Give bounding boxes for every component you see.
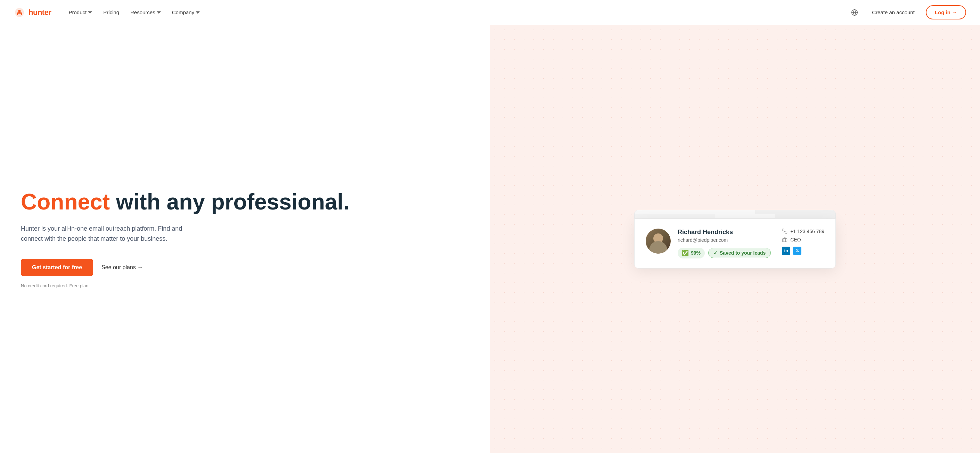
hero-headline: Connect with any professional. (21, 190, 469, 214)
contact-title: CEO (790, 237, 801, 243)
fake-row-1 (635, 210, 835, 215)
score-value: 99% (691, 250, 701, 256)
briefcase-icon (782, 237, 788, 243)
logo-text: hunter (29, 8, 51, 17)
nav-links: Product Pricing Resources Company (64, 6, 204, 18)
social-icons: in 𝕏 (782, 246, 801, 255)
nav-company[interactable]: Company (167, 6, 205, 18)
saved-label: Saved to your leads (720, 250, 765, 256)
title-detail: CEO (782, 237, 801, 243)
card-badges: ✅ 99% ✓ Saved to your leads (678, 248, 775, 259)
card-right: +1 123 456 789 CEO in 𝕏 (782, 229, 824, 255)
headline-rest: with any professional. (110, 189, 350, 215)
contact-email: richard@piedpiper.com (678, 237, 775, 243)
fake-row-2 (635, 215, 835, 218)
svg-rect-1 (783, 238, 787, 242)
avatar-image (646, 229, 671, 254)
saved-badge: ✓ Saved to your leads (708, 248, 771, 258)
phone-detail: +1 123 456 789 (782, 229, 824, 234)
hero-subtitle: Hunter is your all-in-one email outreach… (21, 224, 188, 244)
hero-cta: Get started for free See our plans → (21, 259, 469, 276)
card-info: Richard Hendricks richard@piedpiper.com … (678, 229, 775, 259)
language-button[interactable] (848, 6, 861, 19)
get-started-button[interactable]: Get started for free (21, 259, 93, 276)
see-plans-link[interactable]: See our plans → (102, 264, 143, 270)
nav-product[interactable]: Product (64, 6, 97, 18)
linkedin-icon[interactable]: in (782, 246, 790, 255)
check-icon: ✓ (713, 250, 718, 256)
nav-pricing[interactable]: Pricing (99, 6, 124, 18)
hero-left: Connect with any professional. Hunter is… (0, 25, 490, 453)
avatar (646, 229, 671, 254)
score-badge: ✅ 99% (678, 248, 705, 259)
demo-card-wrapper: Richard Hendricks richard@piedpiper.com … (634, 210, 836, 269)
navbar: hunter Product Pricing Resources Company (0, 0, 980, 25)
login-button[interactable]: Log in → (926, 5, 966, 19)
check-circle-icon: ✅ (682, 250, 689, 256)
contact-name: Richard Hendricks (678, 229, 775, 236)
hero-section: Connect with any professional. Hunter is… (0, 0, 980, 453)
create-account-button[interactable]: Create an account (866, 6, 920, 18)
hero-right: Richard Hendricks richard@piedpiper.com … (490, 25, 980, 453)
headline-connect: Connect (21, 189, 110, 215)
twitter-icon[interactable]: 𝕏 (793, 246, 801, 255)
nav-resources[interactable]: Resources (126, 6, 166, 18)
profile-card: Richard Hendricks richard@piedpiper.com … (634, 218, 836, 269)
phone-number: +1 123 456 789 (790, 229, 824, 234)
fake-spreadsheet (634, 210, 836, 218)
phone-icon (782, 229, 788, 234)
logo[interactable]: hunter (14, 7, 51, 18)
no-credit-text: No credit card required. Free plan. (21, 283, 469, 288)
